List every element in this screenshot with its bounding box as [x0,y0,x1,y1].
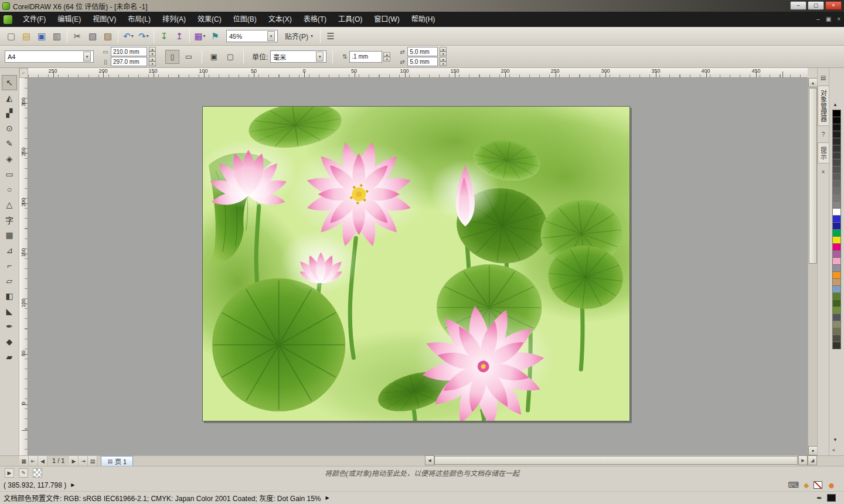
user-account-icon[interactable]: ☻ [827,481,836,490]
palette-scroll-up-icon[interactable]: ▲ [833,102,838,107]
freehand-tool[interactable]: ✎ [2,136,17,151]
last-page-button[interactable]: ⇥ [79,456,88,466]
nudge-offset-field[interactable]: .1 mm [349,51,382,63]
table-tool[interactable]: ▦ [2,227,17,243]
page-width-stepper[interactable]: ▲▼ [149,47,156,56]
scroll-down-icon[interactable]: ▼ [808,446,818,455]
color-eyedropper-tool[interactable]: ◣ [2,304,17,319]
vertical-scroll-thumb[interactable] [809,88,817,264]
vertical-ruler[interactable]: 300 250 200 150 100 50 0 [19,78,28,455]
menu-table[interactable]: 表格(T) [298,12,332,27]
document-palette-play-icon[interactable]: ▶ [5,468,14,478]
docker-menu-icon[interactable]: ▤ [819,73,828,82]
duplicate-x-field[interactable]: 5.0 mm [407,47,438,56]
canvas-viewport[interactable] [28,78,808,455]
no-color-swatch-icon[interactable] [33,468,42,478]
page-width-field[interactable]: 210.0 mm [111,47,147,56]
drop-shadow-tool[interactable]: ▱ [2,273,17,288]
menu-layout[interactable]: 布局(L) [122,12,156,27]
menu-file[interactable]: 文件(F) [17,12,52,27]
welcome-screen-button[interactable]: ⚑ [207,29,223,44]
nudge-offset-stepper[interactable]: ▲▼ [383,52,390,62]
horizontal-ruler[interactable]: 250 200 150 100 50 0 50 100 150 200 250 … [28,68,808,78]
outline-pen-status-icon[interactable]: ✒ [816,494,822,502]
add-page-button[interactable]: ▤ [88,456,97,466]
cut-button[interactable]: ✂ [70,29,85,44]
horizontal-scroll-thumb[interactable] [434,456,798,465]
docker-close-icon[interactable]: × [819,167,828,176]
menu-edit[interactable]: 编辑(E) [52,12,87,27]
pick-tool[interactable]: ↖ [2,75,17,90]
shape-tool[interactable]: ◭ [2,90,17,105]
docker-help-icon[interactable]: ? [819,130,828,139]
paper-size-select[interactable]: A4 ▾ [5,50,94,63]
outline-pen-tool[interactable]: ✒ [2,319,17,334]
interactive-fill-tool[interactable]: ▰ [2,349,17,365]
minimize-button[interactable]: – [790,1,806,10]
palette-expand-icon[interactable]: « [832,447,835,453]
menu-tools[interactable]: 工具(O) [332,12,368,27]
chevron-down-icon[interactable]: ▾ [203,33,206,39]
scroll-left-icon[interactable]: ◀ [425,455,434,465]
page-sorter-button[interactable]: ▦ [19,456,29,466]
units-select[interactable]: 毫米 ▾ [270,50,326,63]
text-tool[interactable]: 字 [2,212,17,227]
outline-color-swatch[interactable] [827,494,836,502]
ellipse-tool[interactable]: ○ [2,182,17,197]
menu-window[interactable]: 窗口(W) [368,12,405,27]
document-minimize-icon[interactable]: – [816,12,820,27]
document-restore-icon[interactable]: ▣ [826,12,831,27]
document-palette-pen-icon[interactable]: ✎ [19,468,28,478]
open-button[interactable]: ▤ [19,29,34,44]
scroll-up-icon[interactable]: ▲ [808,78,818,87]
landscape-button[interactable]: ▭ [182,50,196,64]
palette-swatch[interactable] [832,342,841,349]
new-document-button[interactable]: ▢ [4,29,19,44]
menu-text[interactable]: 文本(X) [263,12,298,27]
page-1-tab[interactable]: ▤ 页 1 [101,456,133,466]
chevron-down-icon[interactable]: ▾ [147,33,149,39]
smart-drawing-tool[interactable]: ◈ [2,151,17,166]
chevron-down-icon[interactable]: ▾ [131,33,134,39]
first-page-button[interactable]: ⇤ [29,456,38,466]
scroll-right-icon[interactable]: ▶ [798,455,808,465]
import-button[interactable]: ↧ [156,29,172,44]
ruler-origin-button[interactable]: ⌐ [19,68,28,78]
chevron-down-icon[interactable]: ▾ [316,52,324,62]
all-pages-button[interactable]: ▣ [207,50,221,64]
snap-to-dropdown[interactable]: 贴齐(P) ▾ [285,31,313,41]
undo-button[interactable]: ↶▾ [121,29,136,44]
vertical-scrollbar[interactable]: ▲ ▼ [808,78,817,455]
maximize-button[interactable]: ▢ [808,1,824,10]
status-expand-icon[interactable]: ▶ [71,482,74,488]
palette-scroll-down-icon[interactable]: ▼ [833,437,838,442]
polygon-tool[interactable]: △ [2,197,17,212]
page-height-field[interactable]: 297.0 mm [111,57,147,66]
previous-page-button[interactable]: ◀ [38,456,47,466]
crop-tool[interactable]: ▞ [2,105,17,121]
chevron-down-icon[interactable]: ▾ [83,52,91,62]
lotus-illustration[interactable] [203,107,629,421]
application-launcher-button[interactable]: ▦▾ [192,29,207,44]
next-page-button[interactable]: ▶ [69,456,79,466]
horizontal-scrollbar[interactable]: ◀ ▶ [425,455,808,465]
options-button[interactable]: ☰ [323,29,338,44]
menu-arrange[interactable]: 排列(A) [156,12,192,27]
drawing-page[interactable] [202,106,630,421]
fill-tool[interactable]: ◆ [2,334,17,349]
chevron-down-icon[interactable]: ▾ [267,31,275,41]
fill-none-swatch[interactable] [814,481,822,489]
scrollbar-corner-button[interactable]: ◢ [808,455,817,465]
copy-button[interactable]: ▧ [85,29,100,44]
paste-button[interactable]: ▨ [100,29,115,44]
duplicate-y-field[interactable]: 5.0 mm [407,57,438,66]
document-close-icon[interactable]: × [837,12,840,27]
current-page-button[interactable]: ▢ [223,50,237,64]
print-button[interactable]: ▥ [49,29,64,44]
duplicate-y-stepper[interactable]: ▲▼ [440,57,447,66]
object-manager-docker-tab[interactable]: 对象管理器 [818,86,829,126]
transparency-tool[interactable]: ◧ [2,288,17,304]
page-height-stepper[interactable]: ▲▼ [149,57,156,66]
save-button[interactable]: ▣ [34,29,49,44]
zoom-tool[interactable]: ⊙ [2,121,17,136]
